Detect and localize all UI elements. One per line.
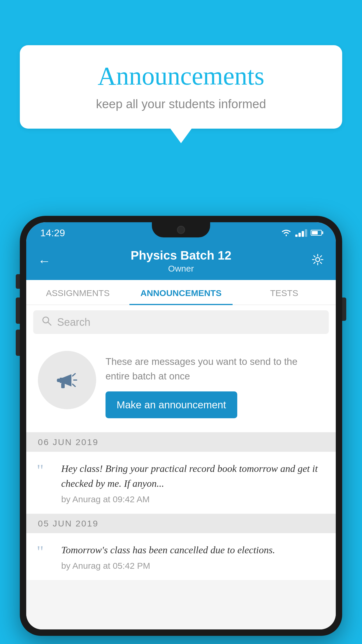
- megaphone-icon: [52, 365, 82, 395]
- speech-bubble-card: Announcements keep all your students inf…: [20, 45, 342, 129]
- tab-assignments[interactable]: ASSIGNMENTS: [26, 280, 129, 304]
- promo-icon-circle: [38, 351, 96, 409]
- announcement-meta-1: by Anurag at 09:42 AM: [61, 494, 324, 504]
- header-title-group: Physics Batch 12 Owner: [131, 249, 231, 274]
- search-icon: [41, 316, 52, 329]
- signal-icon: [295, 229, 307, 237]
- announcement-text-group-1: Hey class! Bring your practical record b…: [61, 461, 324, 504]
- phone-screen: 14:29: [26, 222, 336, 629]
- promo-description: These are messages you want to send to t…: [106, 354, 324, 383]
- phone-outer-frame: 14:29: [20, 216, 342, 636]
- phone-volume-down-button: [16, 330, 20, 356]
- quote-icon-1: ": [36, 461, 53, 480]
- svg-rect-6: [61, 383, 65, 388]
- announcement-item-2[interactable]: " Tomorrow's class has been cancelled du…: [26, 533, 336, 580]
- batch-title: Physics Batch 12: [131, 249, 231, 262]
- tab-tests[interactable]: TESTS: [233, 280, 336, 304]
- phone-mockup: 14:29: [20, 216, 342, 644]
- date-label-2: 05 JUN 2019: [38, 519, 99, 528]
- tab-announcements[interactable]: ANNOUNCEMENTS: [129, 280, 233, 304]
- promo-card: These are messages you want to send to t…: [26, 339, 336, 433]
- announcement-text-group-2: Tomorrow's class has been cancelled due …: [61, 542, 324, 571]
- status-time: 14:29: [40, 227, 65, 239]
- phone-mute-button: [16, 274, 20, 289]
- announcement-text-2: Tomorrow's class has been cancelled due …: [61, 542, 324, 557]
- announcement-item-1[interactable]: " Hey class! Bring your practical record…: [26, 452, 336, 514]
- announcement-meta-2: by Anurag at 05:42 PM: [61, 561, 324, 571]
- announcement-text-1: Hey class! Bring your practical record b…: [61, 461, 324, 491]
- phone-power-button: [342, 298, 346, 321]
- date-separator-2: 05 JUN 2019: [26, 514, 336, 533]
- app-header: ← Physics Batch 12 Owner: [26, 243, 336, 280]
- phone-notch: [152, 222, 210, 237]
- search-placeholder: Search: [57, 316, 90, 328]
- wifi-icon: [281, 229, 292, 237]
- svg-point-0: [316, 258, 320, 262]
- owner-label: Owner: [131, 264, 231, 274]
- phone-volume-up-button: [16, 298, 20, 324]
- svg-line-2: [48, 322, 51, 325]
- date-separator-1: 06 JUN 2019: [26, 433, 336, 452]
- svg-line-5: [73, 384, 75, 386]
- tabs-bar: ASSIGNMENTS ANNOUNCEMENTS TESTS: [26, 280, 336, 305]
- back-button[interactable]: ←: [38, 254, 51, 268]
- bubble-title: Announcements: [37, 61, 325, 91]
- search-box[interactable]: Search: [33, 310, 329, 334]
- svg-text:": ": [37, 546, 44, 559]
- svg-line-3: [73, 374, 75, 376]
- bubble-subtitle: keep all your students informed: [37, 97, 325, 111]
- date-label-1: 06 JUN 2019: [38, 437, 99, 447]
- speech-bubble-section: Announcements keep all your students inf…: [20, 45, 342, 143]
- promo-content: These are messages you want to send to t…: [106, 351, 324, 418]
- quote-icon-2: ": [36, 542, 53, 561]
- content-area: Search: [26, 305, 336, 629]
- settings-icon[interactable]: [311, 253, 324, 269]
- status-icons: [281, 229, 322, 237]
- search-container: Search: [26, 305, 336, 339]
- battery-icon: [311, 230, 322, 236]
- svg-text:": ": [37, 464, 44, 477]
- speech-bubble-tail: [170, 128, 192, 143]
- make-announcement-button[interactable]: Make an announcement: [106, 391, 237, 418]
- front-camera: [177, 226, 185, 234]
